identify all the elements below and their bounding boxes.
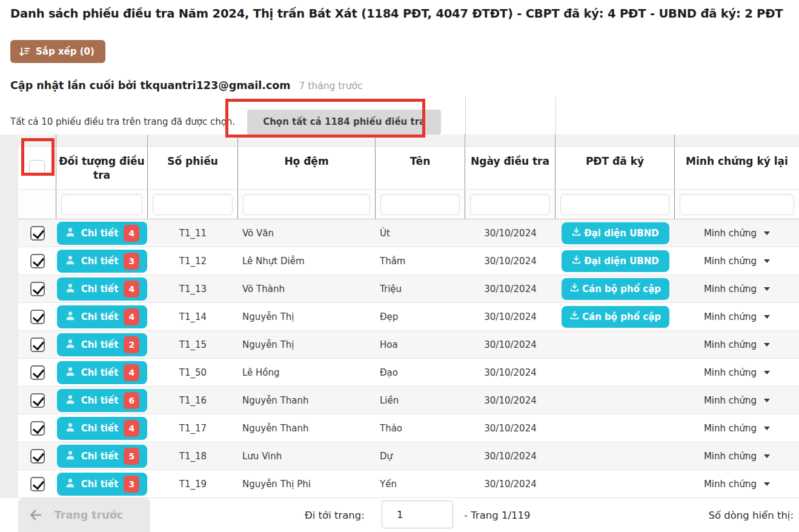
cell-pdt-da-ky bbox=[555, 331, 675, 358]
cell-ten: Dự bbox=[376, 442, 465, 470]
cell-so-phieu: T1_19 bbox=[148, 470, 238, 497]
last-updated-ago: 7 tháng trước bbox=[299, 81, 363, 91]
row-checkbox[interactable] bbox=[30, 365, 45, 380]
row-checkbox[interactable] bbox=[30, 310, 45, 324]
signed-button-label: Cán bộ phổ cập bbox=[582, 311, 661, 322]
cell-ngay-dieu-tra: 30/10/2024 bbox=[465, 470, 555, 497]
detail-button-label: Chi tiết bbox=[81, 395, 119, 406]
evidence-dropdown[interactable]: Minh chứng bbox=[704, 256, 770, 267]
column-header-pdt-da-ky[interactable]: PĐT đã ký bbox=[555, 147, 675, 189]
evidence-dropdown[interactable]: Minh chứng bbox=[704, 311, 770, 322]
detail-button[interactable]: Chi tiết 4 bbox=[57, 417, 147, 440]
filter-input-ho-dem[interactable] bbox=[243, 194, 370, 215]
filter-input-minh-chung[interactable] bbox=[680, 194, 794, 215]
row-checkbox[interactable] bbox=[30, 282, 45, 296]
column-header-ho-dem[interactable]: Họ đệm bbox=[238, 147, 376, 189]
detail-button[interactable]: Chi tiết 4 bbox=[57, 361, 147, 384]
signed-download-button[interactable]: Đại diện UBND bbox=[562, 250, 669, 272]
row-checkbox[interactable] bbox=[30, 421, 45, 436]
evidence-dropdown[interactable]: Minh chứng bbox=[704, 228, 770, 239]
cell-minh-chung: Minh chứng bbox=[675, 442, 799, 470]
detail-button[interactable]: Chi tiết 4 bbox=[57, 278, 147, 301]
chevron-down-icon bbox=[764, 343, 770, 347]
row-checkbox[interactable] bbox=[30, 254, 45, 268]
row-detail-cell: Chi tiết 5 bbox=[56, 442, 148, 470]
column-header-doi-tuong[interactable]: Đối tượng điều tra bbox=[56, 147, 148, 189]
detail-count-badge: 3 bbox=[124, 476, 139, 493]
row-detail-cell: Chi tiết 2 bbox=[56, 331, 148, 358]
row-checkbox[interactable] bbox=[30, 393, 45, 408]
detail-button[interactable]: Chi tiết 6 bbox=[57, 389, 147, 412]
chevron-down-icon bbox=[764, 315, 770, 319]
person-icon bbox=[65, 450, 76, 463]
filter-input-ngay-dieu-tra[interactable] bbox=[470, 194, 550, 215]
page-title: Danh sách phiếu điều tra Năm 2024, Thị t… bbox=[10, 7, 783, 21]
cell-ten: Út bbox=[376, 219, 465, 247]
detail-button[interactable]: Chi tiết 4 bbox=[57, 305, 147, 328]
detail-button[interactable]: Chi tiết 3 bbox=[57, 473, 147, 496]
table-row: Chi tiết 4 T1_50 Lê Hồng Đạo 30/10/2024 … bbox=[18, 359, 799, 387]
cell-so-phieu: T1_50 bbox=[148, 359, 238, 386]
detail-button[interactable]: Chi tiết 4 bbox=[57, 222, 147, 245]
download-icon bbox=[571, 254, 582, 267]
selection-message: Tất cả 10 phiếu điều tra trên trang đã đ… bbox=[10, 116, 235, 127]
row-checkbox[interactable] bbox=[30, 477, 45, 491]
detail-button[interactable]: Chi tiết 3 bbox=[57, 250, 147, 273]
row-checkbox[interactable] bbox=[30, 449, 45, 464]
evidence-dropdown[interactable]: Minh chứng bbox=[704, 479, 770, 490]
select-all-pages-button[interactable]: Chọn tất cả 1184 phiếu điều tra bbox=[247, 110, 441, 135]
table-row: Chi tiết 3 T1_12 Lê Nhựt Diễm Thắm 30/10… bbox=[18, 247, 799, 275]
filter-input-doi-tuong[interactable] bbox=[61, 194, 142, 215]
column-header-ngay-dieu-tra[interactable]: Ngày điều tra bbox=[465, 147, 555, 189]
goto-page-label: Đi tới trang: bbox=[305, 498, 365, 532]
pagination-footer: Trang trước Đi tới trang: - Trang 1/119 … bbox=[0, 498, 799, 532]
cell-ten: Liền bbox=[376, 387, 465, 414]
last-updated-line: Cập nhật lần cuối bởi tkquantri123@gmail… bbox=[10, 79, 363, 91]
evidence-dropdown[interactable]: Minh chứng bbox=[704, 284, 770, 294]
selection-banner: Tất cả 10 phiếu điều tra trên trang đã đ… bbox=[10, 108, 441, 135]
sort-button[interactable]: Sắp xếp (0) bbox=[10, 40, 105, 63]
table-header-row: Đối tượng điều tra Số phiếu Họ đệm Tên N… bbox=[18, 147, 799, 189]
table-row: Chi tiết 4 T1_11 Võ Văn Út 30/10/2024 Đạ… bbox=[18, 219, 799, 247]
table-row: Chi tiết 4 T1_13 Võ Thành Triệu 30/10/20… bbox=[18, 275, 799, 303]
evidence-dropdown[interactable]: Minh chứng bbox=[704, 367, 770, 378]
person-icon bbox=[65, 394, 76, 407]
column-header-so-phieu[interactable]: Số phiếu bbox=[148, 147, 238, 189]
select-all-checkbox[interactable] bbox=[29, 160, 45, 176]
signed-download-button[interactable]: Đại diện UBND bbox=[562, 222, 669, 244]
evidence-dropdown[interactable]: Minh chứng bbox=[704, 451, 770, 462]
person-icon bbox=[65, 338, 76, 351]
evidence-dropdown-label: Minh chứng bbox=[704, 228, 757, 239]
row-checkbox-cell bbox=[18, 331, 56, 358]
column-header-ten[interactable]: Tên bbox=[376, 147, 465, 189]
detail-count-badge: 5 bbox=[124, 448, 139, 465]
detail-button[interactable]: Chi tiết 2 bbox=[57, 333, 147, 356]
cell-so-phieu: T1_16 bbox=[148, 387, 238, 414]
evidence-dropdown[interactable]: Minh chứng bbox=[704, 339, 770, 350]
signed-download-button[interactable]: Cán bộ phổ cập bbox=[562, 278, 669, 300]
previous-page-button[interactable]: Trang trước bbox=[18, 498, 150, 532]
cell-pdt-da-ky: Đại diện UBND bbox=[555, 247, 675, 274]
evidence-dropdown[interactable]: Minh chứng bbox=[704, 395, 770, 406]
goto-page-input[interactable] bbox=[382, 500, 453, 528]
evidence-dropdown-label: Minh chứng bbox=[704, 423, 757, 434]
filter-input-so-phieu[interactable] bbox=[153, 194, 233, 215]
cell-so-phieu: T1_11 bbox=[148, 219, 238, 247]
row-checkbox-cell bbox=[18, 387, 56, 414]
evidence-dropdown[interactable]: Minh chứng bbox=[704, 423, 770, 434]
rows-per-page-label: Số dòng hiển thị: bbox=[708, 498, 794, 532]
row-checkbox[interactable] bbox=[30, 226, 45, 241]
cell-so-phieu: T1_12 bbox=[148, 247, 238, 274]
detail-button[interactable]: Chi tiết 5 bbox=[57, 445, 147, 468]
cell-so-phieu: T1_17 bbox=[148, 414, 238, 442]
detail-count-badge: 3 bbox=[124, 253, 139, 270]
column-header-minh-chung[interactable]: Minh chứng ký lại bbox=[675, 147, 799, 189]
cell-ho-dem: Nguyễn Thị bbox=[238, 331, 376, 358]
cell-minh-chung: Minh chứng bbox=[675, 247, 799, 274]
filter-input-pdt-da-ky[interactable] bbox=[560, 194, 669, 215]
signed-download-button[interactable]: Cán bộ phổ cập bbox=[562, 306, 669, 328]
cell-pdt-da-ky bbox=[555, 387, 675, 414]
person-icon bbox=[65, 254, 76, 268]
row-checkbox[interactable] bbox=[30, 337, 45, 352]
filter-input-ten[interactable] bbox=[380, 194, 460, 215]
